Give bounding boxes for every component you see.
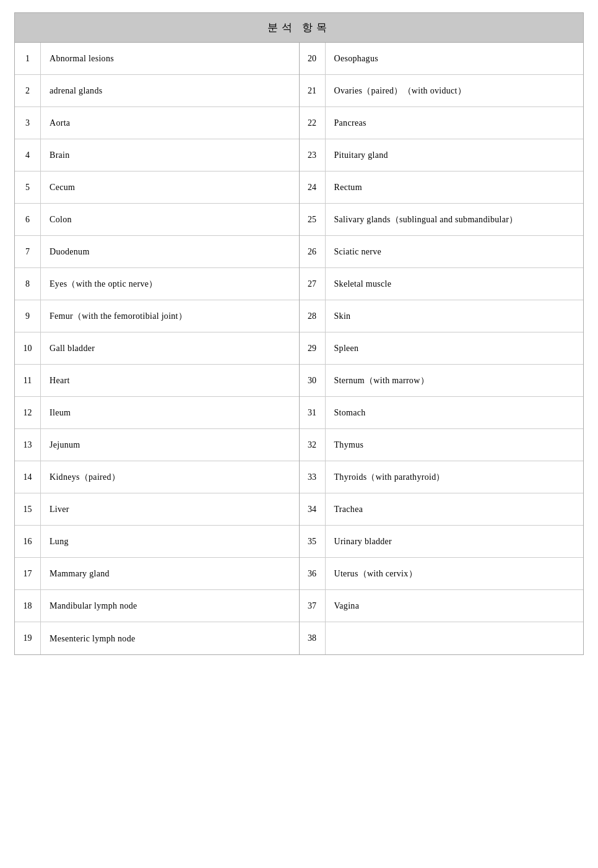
row-label: Pituitary gland [326,139,584,171]
row-label: Heart [41,365,299,396]
row-number: 7 [15,236,41,267]
table-row: 24 Rectum [300,171,584,204]
table-row: 27 Skeletal muscle [300,268,584,300]
row-label: Lung [41,526,299,557]
row-number: 13 [15,429,41,461]
table-row: 15 Liver [15,493,299,526]
row-label: Brain [41,139,299,171]
row-number: 2 [15,75,41,106]
row-label: Trachea [326,493,584,525]
row-number: 37 [300,590,326,622]
row-label: Abnormal lesions [41,43,299,74]
row-label: Salivary glands（sublingual and submandib… [326,204,584,235]
row-number: 3 [15,107,41,139]
row-label: Uterus（with cervix） [326,558,584,589]
table-row: 5 Cecum [15,171,299,204]
row-label: Eyes（with the optic nerve） [41,268,299,300]
table-row: 23 Pituitary gland [300,139,584,171]
row-label: Cecum [41,171,299,203]
row-label: Thymus [326,429,584,461]
row-number: 9 [15,300,41,332]
row-number: 36 [300,558,326,589]
row-number: 20 [300,43,326,74]
row-number: 4 [15,139,41,171]
row-label: Kidneys（paired） [41,461,299,493]
row-label: Sciatic nerve [326,236,584,267]
row-label: Rectum [326,171,584,203]
row-number: 19 [15,622,41,654]
row-label: Jejunum [41,429,299,461]
row-label: Mammary gland [41,558,299,589]
row-number: 29 [300,332,326,364]
table-row: 14 Kidneys（paired） [15,461,299,493]
row-label: Stomach [326,397,584,428]
table-row: 9 Femur（with the femorotibial joint） [15,300,299,332]
table-row: 38 [300,622,584,654]
table-row: 28 Skin [300,300,584,332]
row-label: Vagina [326,590,584,622]
row-label: Pancreas [326,107,584,139]
row-number: 27 [300,268,326,300]
table-row: 31 Stomach [300,397,584,429]
table-row: 17 Mammary gland [15,558,299,590]
table-row: 11 Heart [15,365,299,397]
row-label: Liver [41,493,299,525]
row-label: Skin [326,300,584,332]
row-label: Spleen [326,332,584,364]
row-number: 35 [300,526,326,557]
row-label: Thyroids（with parathyroid） [326,461,584,493]
row-number: 18 [15,590,41,622]
row-number: 24 [300,171,326,203]
table-row: 29 Spleen [300,332,584,365]
row-label: Aorta [41,107,299,139]
table-row: 22 Pancreas [300,107,584,139]
table-row: 26 Sciatic nerve [300,236,584,268]
table-row: 37 Vagina [300,590,584,622]
row-number: 15 [15,493,41,525]
row-number: 31 [300,397,326,428]
table-row: 8 Eyes（with the optic nerve） [15,268,299,300]
main-container: 분석 항목 1 Abnormal lesions 2 adrenal gland… [14,12,584,655]
table-row: 18 Mandibular lymph node [15,590,299,622]
table-row: 35 Urinary bladder [300,526,584,558]
row-number: 5 [15,171,41,203]
table-row: 25 Salivary glands（sublingual and subman… [300,204,584,236]
row-number: 21 [300,75,326,106]
right-column: 20 Oesophagus 21 Ovaries（paired）（with ov… [300,43,584,654]
row-label: Mandibular lymph node [41,590,299,622]
row-label: Colon [41,204,299,235]
row-number: 25 [300,204,326,235]
row-label [326,622,584,654]
row-label: Skeletal muscle [326,268,584,300]
row-number: 11 [15,365,41,396]
row-number: 34 [300,493,326,525]
table-row: 13 Jejunum [15,429,299,461]
row-number: 1 [15,43,41,74]
row-number: 6 [15,204,41,235]
row-number: 33 [300,461,326,493]
row-label: Urinary bladder [326,526,584,557]
row-label: Ovaries（paired）（with oviduct） [326,75,584,106]
table-row: 34 Trachea [300,493,584,526]
row-number: 38 [300,622,326,654]
table-row: 19 Mesenteric lymph node [15,622,299,654]
table-row: 30 Sternum（with marrow） [300,365,584,397]
left-column: 1 Abnormal lesions 2 adrenal glands 3 Ao… [15,43,300,654]
row-label: Femur（with the femorotibial joint） [41,300,299,332]
row-number: 10 [15,332,41,364]
row-label: Oesophagus [326,43,584,74]
table-body: 1 Abnormal lesions 2 adrenal glands 3 Ao… [15,43,583,654]
row-label: adrenal glands [41,75,299,106]
row-number: 14 [15,461,41,493]
row-number: 23 [300,139,326,171]
table-header: 분석 항목 [15,13,583,43]
table-row: 7 Duodenum [15,236,299,268]
table-row: 3 Aorta [15,107,299,139]
table-row: 6 Colon [15,204,299,236]
row-number: 30 [300,365,326,396]
table-row: 2 adrenal glands [15,75,299,107]
table-row: 1 Abnormal lesions [15,43,299,75]
row-number: 26 [300,236,326,267]
row-number: 22 [300,107,326,139]
table-row: 32 Thymus [300,429,584,461]
